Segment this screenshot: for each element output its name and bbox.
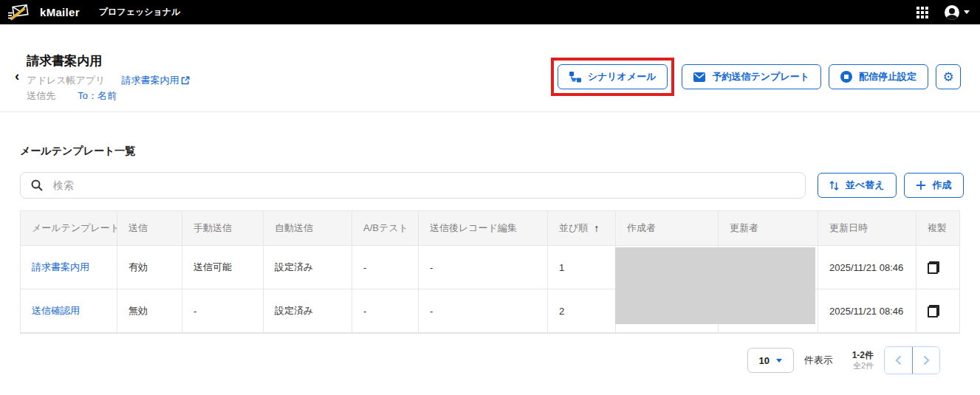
cell-updated: 2025/11/21 08:46 [818,289,916,332]
apps-grid-icon[interactable] [916,7,928,18]
search-box[interactable] [20,172,806,199]
sort-button[interactable]: 並べ替え [818,173,897,198]
table-row: 送信確認用無効-設定済み--22025/11/21 08:46 [20,289,960,333]
column-header-send: 送信 [117,211,182,245]
stop-icon [840,71,852,83]
user-avatar-icon [945,5,959,20]
column-header-order: 並び順↑ [548,211,616,245]
header-divider [0,111,980,112]
cell-order: 1 [548,246,616,289]
address-book-label: アドレス帳アプリ [27,74,105,87]
column-header-creator: 作成者 [616,211,719,245]
record-range-total: 全2件 [852,361,874,371]
page-header: ‹ 請求書案内用 アドレス帳アプリ 請求書案内用 [0,24,980,103]
template-table: メールテンプレート送信手動送信自動送信A/Bテスト送信後レコード編集並び順↑作成… [20,210,960,334]
address-book-line: アドレス帳アプリ 請求書案内用 [27,74,190,87]
recipient-value: To：名前 [78,89,117,103]
page-title: 請求書案内用 [27,54,190,69]
back-button[interactable]: ‹ [15,69,19,83]
pager [884,346,940,374]
table-body: 請求書案内用有効送信可能設定済み--12025/11/21 08:46送信確認用… [20,246,960,333]
column-header-updated: 更新日時 [818,211,916,245]
sort-asc-arrow-icon: ↑ [594,222,599,234]
scenario-mail-icon [569,72,581,83]
page-size-value: 10 [758,355,769,366]
copy-icon[interactable] [928,261,939,274]
create-button[interactable]: 作成 [904,173,964,198]
plus-icon [916,180,926,190]
address-book-link[interactable]: 請求書案内用 [121,74,190,87]
search-input[interactable] [52,179,795,192]
user-menu[interactable] [945,5,970,20]
column-header-updater: 更新者 [719,211,818,245]
recipient-label: 送信先 [27,89,55,103]
plan-label: プロフェッショナル [99,6,181,18]
external-link-icon [181,76,190,85]
cell-auto: 設定済み [264,289,352,332]
caret-down-icon [964,10,970,14]
page-size-select[interactable]: 10 [747,348,794,373]
cell-order: 2 [548,289,616,332]
mail-icon [693,72,705,82]
cell-send: 有効 [117,246,182,289]
redacted-user-columns [615,247,815,324]
recipient-line: 送信先 To：名前 [27,89,190,103]
column-header-abtest: A/Bテスト [352,211,419,245]
table-row: 請求書案内用有効送信可能設定済み--12025/11/21 08:46 [20,246,960,289]
cell-template[interactable]: 請求書案内用 [21,246,117,289]
column-header-manual: 手動送信 [182,211,264,245]
caret-down-icon [776,359,782,363]
column-header-template: メールテンプレート [21,211,117,245]
prev-page-button[interactable] [885,347,912,374]
cell-send: 無効 [117,289,182,332]
next-page-button[interactable] [912,347,939,374]
scenario-mail-button[interactable]: シナリオメール [558,64,668,89]
gear-icon: ⚙ [942,69,953,85]
cell-template[interactable]: 送信確認用 [21,289,117,332]
table-header-row: メールテンプレート送信手動送信自動送信A/Bテスト送信後レコード編集並び順↑作成… [20,210,960,246]
pagination: 10 件表示 1-2件 全2件 [20,346,960,374]
column-header-copy: 複製 [916,211,961,245]
cell-post_edit: - [419,289,548,332]
record-range: 1-2件 全2件 [852,350,874,371]
record-range-current: 1-2件 [852,350,874,361]
cell-post_edit: - [419,246,548,289]
section-title: メールテンプレート一覧 [20,145,960,158]
column-header-post_edit: 送信後レコード編集 [419,211,548,245]
column-header-auto: 自動送信 [264,211,352,245]
annotation-red-box: シナリオメール [551,58,675,96]
cell-copy [916,289,961,332]
template-list-section: メールテンプレート一覧 並べ替え [0,145,980,374]
copy-icon[interactable] [928,305,939,317]
search-icon [31,179,43,191]
chevron-right-icon [923,355,930,365]
cell-manual: 送信可能 [182,246,264,289]
sort-icon [829,180,839,191]
cell-updated: 2025/11/21 08:46 [818,246,916,289]
header-actions: シナリオメール 予約送信テンプレート 配信停止設定 ⚙ [551,58,961,96]
settings-button[interactable]: ⚙ [936,64,961,89]
chevron-left-icon [895,355,902,365]
page-size-label: 件表示 [804,354,833,367]
cell-abtest: - [352,246,419,289]
brand-name: kMailer [40,6,80,18]
cell-manual: - [182,289,264,332]
scheduled-template-button[interactable]: 予約送信テンプレート [682,64,821,89]
title-block: 請求書案内用 アドレス帳アプリ 請求書案内用 送信先 [27,54,190,103]
kmailer-logo-icon [6,2,31,23]
list-toolbar: 並べ替え 作成 [20,172,960,199]
cell-copy [916,246,961,289]
cell-auto: 設定済み [264,246,352,289]
cell-abtest: - [352,289,419,332]
topbar: kMailer プロフェッショナル [0,0,980,24]
unsubscribe-settings-button[interactable]: 配信停止設定 [829,64,928,89]
